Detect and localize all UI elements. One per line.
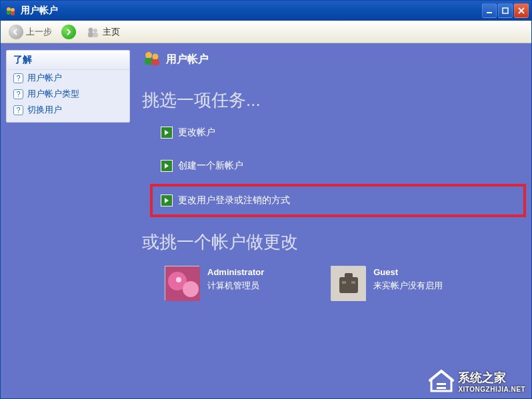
close-button[interactable]	[514, 3, 529, 18]
account-guest[interactable]: Guest 来宾帐户没有启用	[331, 266, 443, 300]
window-controls	[482, 3, 529, 18]
maximize-button[interactable]	[498, 3, 513, 18]
task-change-account[interactable]: 更改帐户	[157, 124, 519, 141]
sidebar-item-label: 用户帐户类型	[27, 88, 79, 100]
forward-arrow-icon	[61, 25, 76, 39]
task-label: 更改帐户	[178, 127, 215, 139]
svg-rect-21	[342, 281, 346, 284]
page-header: 用户帐户	[142, 49, 519, 70]
home-button[interactable]: 主页	[83, 23, 123, 41]
help-icon: ?	[13, 73, 23, 83]
arrow-right-icon	[161, 127, 173, 139]
page-title: 用户帐户	[166, 53, 209, 67]
svg-point-16	[183, 281, 199, 297]
section-pick-account: 或挑一个帐户做更改	[142, 230, 519, 254]
content-area: 了解 ? 用户帐户 ? 用户帐户类型 ? 切换用户	[1, 43, 531, 398]
svg-rect-3	[11, 11, 15, 15]
titlebar: 用户帐户	[1, 1, 531, 21]
svg-rect-20	[345, 273, 353, 278]
sidebar-panel-header: 了解	[7, 51, 129, 70]
svg-rect-19	[339, 277, 358, 293]
toolbar: 上一步 主页	[1, 21, 531, 43]
svg-point-10	[145, 52, 152, 59]
minimize-button[interactable]	[482, 3, 497, 18]
avatar	[331, 266, 365, 300]
window: 用户帐户 上一步	[0, 0, 532, 399]
svg-rect-22	[351, 281, 355, 284]
account-administrator[interactable]: Administrator 计算机管理员	[165, 266, 264, 300]
main-content: 用户帐户 挑选一项任务... 更改帐户 创建一个新帐户	[135, 43, 531, 398]
people-icon	[85, 25, 100, 39]
svg-rect-5	[503, 8, 508, 13]
avatar	[165, 266, 199, 300]
svg-rect-4	[487, 12, 492, 13]
user-accounts-app-icon	[5, 5, 17, 17]
watermark: 系统之家 XITONGZHIJIA.NET	[429, 368, 525, 394]
arrow-right-icon	[161, 195, 173, 206]
account-text: Administrator 计算机管理员	[207, 266, 264, 292]
window-title: 用户帐户	[21, 5, 482, 17]
user-accounts-icon	[142, 49, 161, 70]
help-icon: ?	[13, 105, 23, 115]
svg-rect-23	[437, 383, 446, 385]
back-arrow-icon	[9, 25, 23, 39]
sidebar: 了解 ? 用户帐户 ? 用户帐户类型 ? 切换用户	[1, 43, 135, 398]
svg-rect-9	[93, 33, 98, 37]
task-label: 创建一个新帐户	[178, 160, 243, 172]
sidebar-item-user-accounts[interactable]: ? 用户帐户	[7, 70, 129, 86]
account-list: Administrator 计算机管理员 Guest 来宾帐户没有启用	[142, 266, 519, 300]
account-name: Guest	[373, 266, 443, 279]
forward-button[interactable]	[59, 23, 79, 41]
svg-rect-24	[437, 387, 446, 389]
watermark-text: 系统之家 XITONGZHIJIA.NET	[458, 370, 525, 393]
sidebar-panel-learn: 了解 ? 用户帐户 ? 用户帐户类型 ? 切换用户	[6, 50, 130, 123]
account-desc: 来宾帐户没有启用	[373, 279, 443, 292]
task-list: 更改帐户 创建一个新帐户 更改用户登录或注销的方式	[142, 124, 519, 210]
svg-rect-7	[88, 32, 93, 37]
svg-point-12	[153, 54, 159, 60]
sidebar-item-switch-user[interactable]: ? 切换用户	[7, 102, 129, 118]
svg-point-17	[176, 277, 181, 282]
watermark-title: 系统之家	[458, 371, 506, 384]
svg-point-8	[93, 29, 97, 33]
sidebar-item-label: 切换用户	[27, 104, 62, 116]
svg-point-6	[89, 27, 93, 32]
task-change-logon-logoff[interactable]: 更改用户登录或注销的方式	[157, 191, 519, 210]
account-desc: 计算机管理员	[207, 279, 264, 292]
back-button[interactable]: 上一步	[6, 23, 55, 41]
task-label: 更改用户登录或注销的方式	[178, 195, 290, 206]
svg-rect-13	[151, 59, 159, 65]
account-name: Administrator	[207, 266, 264, 279]
account-text: Guest 来宾帐户没有启用	[373, 266, 443, 292]
sidebar-item-account-types[interactable]: ? 用户帐户类型	[7, 86, 129, 102]
house-icon	[429, 368, 454, 394]
sidebar-item-label: 用户帐户	[27, 72, 62, 84]
task-create-account[interactable]: 创建一个新帐户	[157, 157, 519, 175]
svg-rect-1	[7, 11, 11, 15]
back-label: 上一步	[26, 26, 52, 38]
watermark-url: XITONGZHIJIA.NET	[458, 386, 525, 393]
help-icon: ?	[13, 89, 23, 99]
section-pick-task: 挑选一项任务...	[142, 89, 519, 112]
arrow-right-icon	[161, 160, 173, 172]
home-label: 主页	[103, 26, 120, 38]
